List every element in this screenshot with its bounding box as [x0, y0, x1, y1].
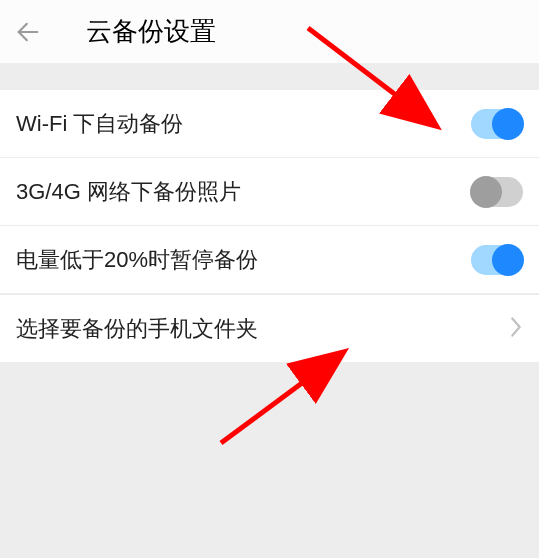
chevron-right-icon — [509, 316, 523, 342]
setting-mobile-backup-photos: 3G/4G 网络下备份照片 — [0, 158, 539, 226]
setting-label: 3G/4G 网络下备份照片 — [16, 177, 241, 207]
setting-label: Wi-Fi 下自动备份 — [16, 109, 183, 139]
page-title: 云备份设置 — [86, 14, 216, 49]
settings-list: Wi-Fi 下自动备份 3G/4G 网络下备份照片 电量低于20%时暂停备份 选… — [0, 90, 539, 362]
toggle-wifi-auto-backup[interactable] — [471, 109, 523, 139]
toggle-mobile-backup-photos[interactable] — [471, 177, 523, 207]
toggle-low-battery-pause[interactable] — [471, 245, 523, 275]
svg-line-4 — [221, 360, 333, 443]
setting-wifi-auto-backup: Wi-Fi 下自动备份 — [0, 90, 539, 158]
back-arrow-icon — [14, 18, 42, 46]
nav-label: 选择要备份的手机文件夹 — [16, 314, 258, 344]
back-button[interactable] — [10, 14, 46, 50]
setting-label: 电量低于20%时暂停备份 — [16, 245, 258, 275]
select-backup-folder[interactable]: 选择要备份的手机文件夹 — [0, 294, 539, 362]
header: 云备份设置 — [0, 0, 539, 63]
setting-low-battery-pause: 电量低于20%时暂停备份 — [0, 226, 539, 294]
